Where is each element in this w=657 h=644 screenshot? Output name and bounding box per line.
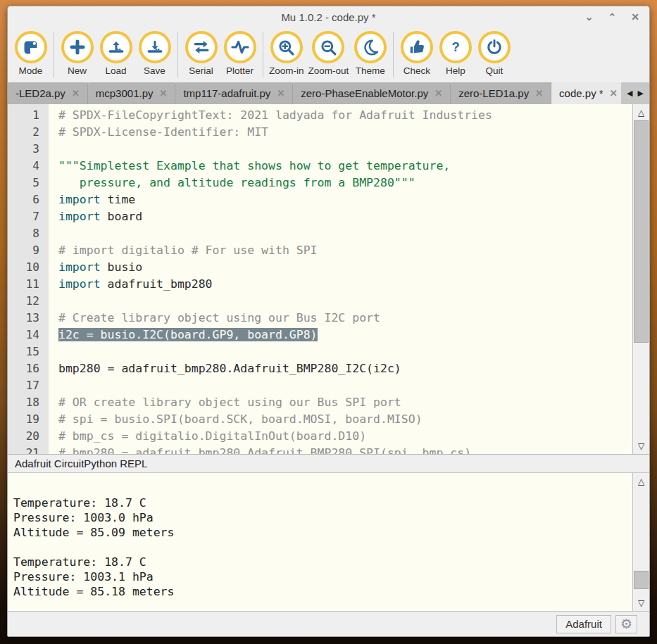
repl-output-panel[interactable]: Temperature: 18.7 CPressure: 1003.0 hPaA… — [8, 473, 649, 611]
tab-code-py[interactable]: code.py *✕ — [551, 82, 621, 104]
code-area[interactable]: 1# SPDX-FileCopyrightText: 2021 ladyada … — [8, 104, 632, 454]
code-line[interactable]: 20# bmp_cs = digitalio.DigitalInOut(boar… — [8, 428, 632, 445]
code-line[interactable]: 9# import digitalio # For use with SPI — [8, 242, 632, 259]
scroll-down-icon[interactable]: ▽ — [633, 595, 649, 611]
code-line[interactable]: 7import board — [8, 208, 632, 225]
tab-label: zero-LED1a.py — [458, 87, 529, 99]
tab-scroll-arrows: ◀ ▶ — [621, 82, 649, 104]
scroll-up-icon[interactable]: △ — [633, 104, 649, 120]
line-number: 12 — [8, 293, 49, 310]
zoom-out-button[interactable]: Zoom-out — [306, 31, 351, 76]
close-icon[interactable]: ✕ — [610, 88, 618, 99]
code-line[interactable]: 15 — [8, 343, 632, 360]
toolbar-separator — [393, 32, 394, 77]
code-line[interactable]: 2# SPDX-License-Identifier: MIT — [8, 124, 632, 141]
repl-panel-header: Adafruit CircuitPython REPL — [8, 454, 649, 473]
editor-scrollbar-thumb[interactable] — [634, 120, 649, 343]
repl-line: Pressure: 1003.1 hPa — [13, 569, 632, 584]
close-icon[interactable]: ✕ — [434, 88, 442, 99]
code-line[interactable]: 13# Create library object using our Bus … — [8, 310, 632, 327]
gear-icon[interactable]: ⚙ — [615, 615, 637, 633]
window-maximize-icon[interactable]: ⌃ — [608, 12, 617, 22]
close-icon[interactable]: ✕ — [72, 88, 80, 99]
tab-zero-phaseenablemotor-py[interactable]: zero-PhaseEnableMotor.py✕ — [293, 82, 451, 104]
titlebar[interactable]: Mu 1.0.2 - code.py * ⌄ ⌃ ✕ — [8, 6, 649, 27]
quit-button[interactable]: Quit — [475, 31, 513, 76]
code-line[interactable]: 4"""Simpletest Example that shows how to… — [8, 158, 632, 175]
tab-scroll-right-icon[interactable]: ▶ — [638, 89, 644, 98]
window-title: Mu 1.0.2 - code.py * — [281, 11, 375, 23]
code-editor[interactable]: 1# SPDX-FileCopyrightText: 2021 ladyada … — [8, 104, 649, 454]
close-icon[interactable]: ✕ — [535, 88, 543, 99]
toolbar-button-label: Help — [446, 65, 465, 76]
close-icon[interactable]: ✕ — [277, 88, 284, 99]
repl-text[interactable]: Temperature: 18.7 CPressure: 1003.0 hPaA… — [8, 473, 632, 599]
tab-scroll-left-icon[interactable]: ◀ — [627, 89, 632, 98]
repl-scrollbar-track[interactable] — [633, 489, 649, 595]
toolbar-button-label: Serial — [189, 65, 213, 76]
zoom-in-icon — [270, 31, 303, 63]
mode-status-button[interactable]: Adafruit — [556, 615, 611, 633]
code-line[interactable]: 18# OR create library object using our B… — [8, 394, 632, 411]
line-number: 4 — [8, 158, 49, 175]
theme-button[interactable]: Theme — [351, 31, 389, 76]
code-line[interactable]: 17 — [8, 377, 632, 394]
scroll-up-icon[interactable]: △ — [633, 473, 649, 489]
code-line[interactable]: 3 — [8, 141, 632, 158]
window-minimize-icon[interactable]: ⌄ — [585, 12, 594, 22]
save-icon — [139, 31, 171, 63]
toolbar-button-label: Zoom-out — [308, 65, 349, 76]
close-icon[interactable]: ✕ — [160, 88, 168, 99]
code-line[interactable]: 1# SPDX-FileCopyrightText: 2021 ladyada … — [8, 107, 632, 124]
tab-mcp3001-py[interactable]: mcp3001.py✕ — [88, 82, 176, 104]
zoom-in-button[interactable]: Zoom-in — [267, 31, 306, 76]
check-button[interactable]: Check — [397, 31, 436, 76]
tab-bar: -LED2a.py✕mcp3001.py✕tmp117-adafruit.py✕… — [8, 82, 649, 104]
serial-button[interactable]: Serial — [182, 31, 220, 76]
help-button[interactable]: ?Help — [436, 31, 475, 76]
load-button[interactable]: Load — [96, 31, 135, 76]
help-icon: ? — [439, 31, 472, 63]
code-line[interactable]: 12 — [8, 293, 632, 310]
save-button[interactable]: Save — [135, 31, 174, 76]
code-line[interactable]: 10import busio — [8, 259, 632, 276]
window-close-icon[interactable]: ✕ — [631, 12, 639, 22]
toolbar-separator — [54, 32, 54, 77]
toolbar-button-label: Load — [105, 65, 126, 76]
code-line[interactable]: 14i2c = busio.I2C(board.GP9, board.GP8) — [8, 327, 632, 343]
code-line[interactable]: 19# spi = busio.SPI(board.SCK, board.MOS… — [8, 411, 632, 428]
toolbar-button-label: Zoom-in — [269, 65, 304, 76]
editor-scrollbar-track[interactable] — [633, 120, 649, 438]
code-text: bmp280 = adafruit_bmp280.Adafruit_BMP280… — [58, 360, 401, 377]
code-text: # OR create library object using our Bus… — [58, 394, 401, 411]
code-line[interactable]: 21# bmp280 = adafruit_bmp280.Adafruit_BM… — [8, 445, 632, 454]
toolbar-button-label: New — [68, 65, 87, 76]
code-line[interactable]: 5 pressure, and altitude readings from a… — [8, 175, 632, 191]
code-text: pressure, and altitude readings from a B… — [58, 175, 415, 191]
plotter-icon — [224, 31, 256, 63]
repl-line: Altitude = 85.18 meters — [13, 584, 632, 599]
toolbar-button-label: Plotter — [226, 65, 254, 76]
plotter-button[interactable]: Plotter — [220, 31, 259, 76]
new-button[interactable]: New — [58, 31, 96, 76]
tab-zero-led1a-py[interactable]: zero-LED1a.py✕ — [451, 82, 551, 104]
code-line[interactable]: 16bmp280 = adafruit_bmp280.Adafruit_BMP2… — [8, 360, 632, 377]
toolbar-separator — [177, 32, 178, 77]
code-line[interactable]: 8 — [8, 225, 632, 242]
editor-scrollbar[interactable]: △ ▽ — [632, 104, 649, 454]
code-text: # SPDX-License-Identifier: MIT — [58, 124, 268, 141]
tab-tmp117-adafruit-py[interactable]: tmp117-adafruit.py✕ — [175, 82, 293, 104]
code-line[interactable]: 11import adafruit_bmp280 — [8, 276, 632, 293]
tab-strip: -LED2a.py✕mcp3001.py✕tmp117-adafruit.py✕… — [8, 82, 621, 104]
repl-scrollbar-thumb[interactable] — [634, 571, 649, 589]
code-line[interactable]: 6import time — [8, 191, 632, 208]
repl-scrollbar[interactable]: △ ▽ — [632, 473, 649, 611]
mode-button[interactable]: Mode — [11, 31, 50, 76]
code-text: import busio — [58, 259, 142, 276]
toolbar-button-label: Mode — [19, 65, 43, 76]
selected-text: i2c = busio.I2C(board.GP9, board.GP8) — [58, 328, 318, 341]
scroll-down-icon[interactable]: ▽ — [633, 438, 649, 454]
code-text: import adafruit_bmp280 — [58, 276, 213, 293]
tab-led2a-py[interactable]: -LED2a.py✕ — [8, 82, 88, 104]
line-number: 1 — [8, 107, 49, 124]
